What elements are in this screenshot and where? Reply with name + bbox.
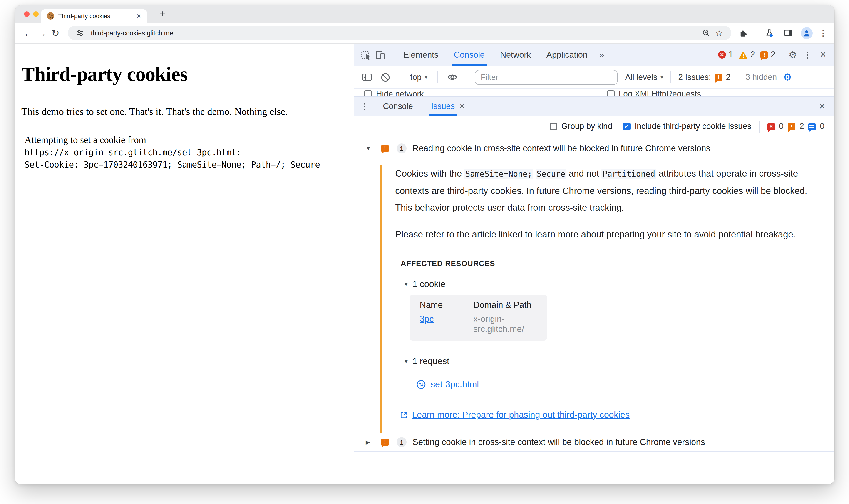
zoom-icon[interactable] (700, 26, 713, 39)
issue-title[interactable]: Reading cookie in cross-site context wil… (412, 143, 710, 154)
expand-triangle-icon[interactable]: ▶ (366, 439, 372, 446)
page-intro: This demo tries to set one. That's it. T… (21, 106, 342, 118)
tab-console[interactable]: Console (446, 43, 492, 66)
address-bar[interactable]: third-party-cookies.glitch.me ☆ (68, 26, 731, 40)
warning-count: 2 (750, 50, 755, 59)
include-third-party-checkbox[interactable]: ✓ (623, 123, 631, 130)
forward-button[interactable]: → (35, 28, 49, 38)
window-minimize-button[interactable] (33, 11, 39, 17)
hide-network-option[interactable]: Hide network (364, 89, 424, 96)
tab-close-button[interactable]: ✕ (135, 13, 143, 19)
group-by-kind-option[interactable]: Group by kind (550, 122, 612, 131)
group-by-kind-checkbox[interactable] (550, 123, 558, 130)
cookie-name-link[interactable]: 3pc (420, 314, 434, 324)
browser-window: Third-party cookies ✕ + ← → ↻ third-part… (15, 5, 834, 484)
improvements-badge-icon (808, 123, 816, 130)
browser-toolbar: ← → ↻ third-party-cookies.glitch.me ☆ (15, 23, 834, 43)
code-partitioned: Partitioned (602, 169, 656, 179)
tabbar-right-divider (782, 49, 782, 60)
table-header: Name Domain & Path (420, 300, 538, 310)
hidden-messages-label[interactable]: 3 hidden (745, 72, 777, 82)
live-expression-eye-icon[interactable] (445, 70, 460, 85)
drawer-tab-console[interactable]: Console (374, 97, 422, 116)
tab-strip: Third-party cookies ✕ + (15, 5, 834, 23)
request-group-toggle[interactable]: ▼ 1 request (403, 356, 816, 366)
log-xhr-option[interactable]: Log XMLHttpRequests (607, 89, 701, 96)
site-settings-icon[interactable] (74, 26, 86, 39)
console-toolbar-divider2 (438, 71, 438, 83)
browser-tab[interactable]: Third-party cookies ✕ (41, 9, 147, 23)
page-errors-badge-icon: ✕ (767, 123, 775, 130)
console-sidebar-icon[interactable] (360, 70, 374, 85)
url-text[interactable]: third-party-cookies.glitch.me (91, 29, 700, 37)
include-third-party-option[interactable]: ✓ Include third-party cookie issues (623, 122, 751, 131)
toolbar-divider (756, 28, 756, 38)
log-xhr-checkbox[interactable] (607, 90, 615, 96)
cookie-favicon (47, 12, 54, 19)
extensions-icon[interactable] (737, 26, 749, 39)
tab-application[interactable]: Application (539, 43, 595, 66)
console-toolbar-divider5 (738, 71, 738, 83)
new-tab-button[interactable]: + (159, 8, 165, 20)
cookie-group-toggle[interactable]: ▼ 1 cookie (403, 279, 816, 289)
devtools-menu-kebab-icon[interactable]: ⋮ (803, 50, 812, 60)
console-settings-row: Hide network Log XMLHttpRequests (354, 89, 834, 96)
clear-console-icon[interactable] (378, 70, 392, 85)
devtools-close-icon[interactable]: ✕ (820, 50, 827, 59)
web-page: Third-party cookies This demo tries to s… (15, 43, 354, 484)
cookie-url-line: https://x-origin-src.glitch.me/set-3pc.h… (24, 146, 342, 159)
error-count-icon[interactable]: ✕ (718, 51, 726, 58)
context-selector[interactable]: top ▾ (407, 72, 430, 82)
warning-triangle-icon[interactable] (739, 51, 748, 59)
issue-row-setting[interactable]: ▶ ! 1 Setting cookie in cross-site conte… (354, 433, 834, 452)
device-toolbar-icon[interactable] (373, 48, 388, 62)
experiments-beaker-icon[interactable] (763, 26, 775, 39)
collapse-triangle-icon[interactable]: ▼ (366, 145, 372, 152)
code-secure: Secure (536, 169, 566, 179)
hide-network-checkbox[interactable] (364, 90, 372, 96)
request-file-link[interactable]: set-3pc.html (431, 379, 479, 390)
drawer-tab-issues[interactable]: Issues ✕ (422, 97, 474, 116)
issues-toolbar-divider (759, 121, 760, 132)
drawer-close-icon[interactable]: ✕ (819, 102, 826, 111)
affected-resources-heading: AFFECTED RESOURCES (401, 259, 816, 268)
chevron-down-icon: ▾ (660, 74, 663, 80)
tab-elements[interactable]: Elements (396, 43, 446, 66)
learn-more-link[interactable]: Learn more: Prepare for phasing out thir… (412, 410, 630, 420)
breaking-changes-badge-icon: ! (788, 123, 795, 130)
affected-request: set-3pc.html (416, 379, 816, 390)
collapse-triangle-icon[interactable]: ▼ (403, 281, 409, 287)
reload-button[interactable]: ↻ (49, 28, 62, 38)
issue-row-reading[interactable]: ▼ ! 1 Reading cookie in cross-site conte… (354, 139, 834, 158)
issues-tab-close-icon[interactable]: ✕ (459, 103, 464, 110)
issues-badge-icon: ! (714, 74, 722, 81)
code-samesite: SameSite=None; (464, 169, 533, 179)
inspect-element-icon[interactable] (359, 48, 373, 62)
log-levels-dropdown[interactable]: All levels ▾ (625, 72, 663, 82)
browser-menu-kebab-icon[interactable]: ⋮ (819, 28, 827, 38)
page-errors-count: 0 (779, 122, 783, 131)
more-tabs-icon[interactable]: » (595, 49, 608, 60)
issue-count-badge: 1 (396, 437, 407, 447)
issue-badge-icon: ! (381, 438, 389, 446)
window-close-button[interactable] (24, 11, 30, 17)
issues-badge-icon[interactable]: ! (760, 51, 768, 58)
collapse-triangle-icon[interactable]: ▼ (403, 358, 409, 364)
console-toolbar: top ▾ All levels ▾ (354, 66, 834, 89)
drawer-menu-kebab-icon[interactable]: ⋮ (361, 102, 368, 111)
console-settings-gear-icon[interactable]: ⚙ (783, 72, 792, 83)
issues-summary-link[interactable]: 2 Issues: ! 2 (678, 72, 730, 82)
issue-title[interactable]: Setting cookie in cross-site context wil… (412, 437, 705, 447)
profile-avatar[interactable] (801, 27, 813, 39)
tab-network[interactable]: Network (492, 43, 539, 66)
console-toolbar-divider (400, 71, 400, 83)
devtools-status-badges: ✕ 1 2 ! 2 ⚙ ⋮ ✕ (718, 49, 826, 60)
side-panel-icon[interactable] (782, 26, 795, 39)
issues-count: 2 (771, 50, 775, 59)
breaking-changes-count: 2 (799, 122, 804, 131)
cookie-log-block: Attempting to set a cookie from https://… (24, 134, 342, 171)
back-button[interactable]: ← (21, 28, 35, 38)
console-filter-input[interactable] (475, 70, 618, 85)
bookmark-star-icon[interactable]: ☆ (713, 26, 725, 39)
devtools-settings-gear-icon[interactable]: ⚙ (789, 49, 797, 60)
